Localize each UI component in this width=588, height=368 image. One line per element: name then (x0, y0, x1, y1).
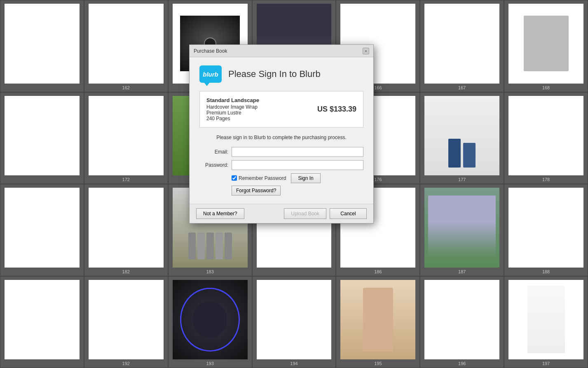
purchase-book-dialog: Purchase Book × blurb Please Sign In to … (189, 44, 374, 224)
email-input[interactable] (232, 147, 363, 157)
book-pages: 240 Pages (206, 116, 259, 121)
remember-checkbox[interactable] (232, 175, 237, 181)
book-binding: Hardcover Image Wrap (206, 104, 259, 110)
upload-book-button[interactable]: Upload Book (284, 208, 326, 219)
remember-label: Remember Password (239, 175, 286, 181)
book-paper: Premium Lustre (206, 110, 259, 116)
book-price: US $133.39 (317, 105, 356, 114)
sign-in-button[interactable]: Sign In (291, 173, 320, 183)
password-row: Password: (199, 160, 363, 170)
book-info-box: Standard Landscape Hardcover Image Wrap … (199, 91, 363, 128)
modal-overlay: Purchase Book × blurb Please Sign In to … (0, 0, 588, 368)
email-label: Email: (199, 149, 228, 155)
logo-text: blurb (203, 71, 218, 78)
book-type: Standard Landscape (206, 97, 259, 103)
password-input[interactable] (232, 160, 363, 170)
dialog-header: blurb Please Sign In to Blurb (199, 65, 363, 83)
cancel-button[interactable]: Cancel (330, 208, 367, 219)
blurb-logo: blurb (199, 65, 222, 83)
email-row: Email: (199, 147, 363, 157)
password-label: Password: (199, 162, 228, 168)
dialog-footer: Not a Member? Upload Book Cancel (190, 204, 373, 223)
sign-in-message: Please sign in to Blurb to complete the … (199, 134, 363, 141)
form-options: Remember Password Sign In (232, 173, 363, 183)
dialog-heading: Please Sign In to Blurb (228, 69, 321, 79)
dialog-titlebar: Purchase Book × (190, 45, 373, 57)
close-button[interactable]: × (363, 48, 369, 54)
dialog-title: Purchase Book (194, 48, 227, 54)
forgot-password-button[interactable]: Forgot Password? (232, 186, 281, 196)
not-member-button[interactable]: Not a Member? (196, 208, 244, 219)
forgot-password-row: Forgot Password? (232, 186, 363, 196)
book-details: Standard Landscape Hardcover Image Wrap … (206, 97, 259, 121)
dialog-body: blurb Please Sign In to Blurb Standard L… (190, 57, 373, 204)
